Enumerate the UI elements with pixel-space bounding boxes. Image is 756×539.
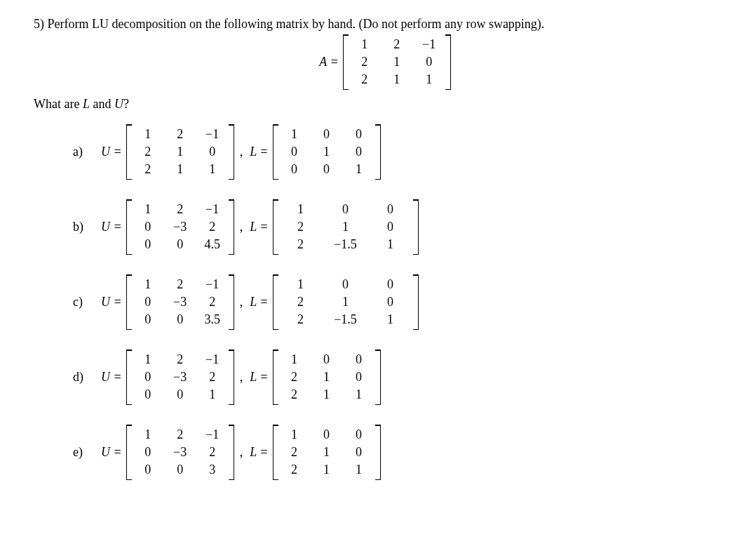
- matrix-cell: 2: [164, 201, 196, 218]
- L-equals: L =: [250, 445, 268, 460]
- matrix-cell: 0: [311, 126, 343, 143]
- option-a-U: 12−1210211: [126, 124, 234, 180]
- question-line: 5) Perform LU decomposition on the follo…: [34, 17, 736, 32]
- matrix-cell: 0: [164, 461, 196, 479]
- option-e-U: 12−10−32003: [126, 425, 234, 480]
- matrix-cell: 2: [278, 218, 323, 236]
- matrix-cell: 2: [132, 143, 164, 161]
- matrix-cell: −1: [196, 276, 229, 293]
- option-label: d): [73, 370, 90, 385]
- option-e-L: 100210211: [273, 425, 381, 480]
- matrix-cell: 0: [343, 426, 375, 444]
- matrix-cell: 0: [132, 218, 164, 236]
- option-a-L: 100010001: [273, 124, 381, 180]
- matrix-cell: 1: [278, 351, 311, 368]
- matrix-cell: 1: [381, 71, 413, 88]
- matrix-cell: 0: [278, 143, 311, 161]
- L-equals: L =: [250, 370, 268, 385]
- matrix-cell: 3.5: [196, 311, 229, 328]
- matrix-cell: 1: [132, 426, 164, 444]
- matrix-cell: 0: [196, 143, 229, 161]
- matrix-cell: 0: [368, 276, 413, 293]
- matrix-cell: 0: [132, 444, 164, 461]
- matrix-cell: 1: [311, 444, 343, 461]
- matrix-cell: 0: [311, 426, 343, 444]
- matrix-cell: −1: [196, 201, 229, 218]
- matrix-cell: 1: [164, 161, 196, 178]
- matrix-cell: 2: [278, 461, 311, 479]
- matrix-cell: 1: [381, 53, 413, 71]
- L-equals: L =: [250, 295, 268, 310]
- option-label: c): [73, 295, 90, 310]
- matrix-cell: 0: [132, 293, 164, 311]
- A-label: A =: [319, 55, 338, 69]
- matrix-cell: 0: [368, 201, 413, 218]
- U-equals: U =: [101, 295, 122, 310]
- matrix-cell: 1: [278, 276, 323, 293]
- L-equals: L =: [250, 220, 268, 234]
- question-text: Perform LU decomposition on the followin…: [48, 17, 545, 31]
- subquestion: What are L and U?: [34, 97, 736, 112]
- matrix-cell: 2: [164, 426, 196, 444]
- U-equals: U =: [101, 220, 122, 234]
- matrix-cell: 1: [368, 236, 413, 253]
- matrix-cell: 0: [323, 201, 368, 218]
- matrix-cell: 2: [164, 126, 196, 143]
- matrix-cell: 1: [311, 461, 343, 479]
- options-list: a) U = 12−1210211 , L = 100010001 b) U =…: [73, 124, 736, 480]
- matrix-cell: 2: [349, 53, 381, 71]
- matrix-cell: 1: [311, 386, 343, 404]
- matrix-cell: −3: [164, 293, 196, 311]
- L-equals: L =: [250, 145, 268, 159]
- matrix-cell: −1.5: [323, 236, 368, 253]
- matrix-cell: 1: [196, 161, 229, 178]
- matrix-cell: 1: [278, 426, 311, 444]
- matrix-cell: 2: [132, 161, 164, 178]
- matrix-cell: −1: [413, 36, 445, 53]
- matrix-cell: 0: [132, 368, 164, 386]
- matrix-cell: −1.5: [323, 311, 368, 328]
- matrix-cell: 2: [278, 386, 311, 404]
- matrix-cell: 1: [132, 126, 164, 143]
- matrix-cell: 2: [278, 368, 311, 386]
- matrix-cell: 2: [196, 444, 229, 461]
- matrix-cell: 1: [413, 71, 445, 88]
- matrix-cell: 1: [368, 311, 413, 328]
- matrix-cell: 1: [278, 201, 323, 218]
- matrix-cell: 0: [278, 161, 311, 178]
- matrix-cell: 0: [132, 386, 164, 404]
- matrix-cell: 1: [132, 276, 164, 293]
- matrix-cell: 0: [164, 386, 196, 404]
- matrix-cell: −3: [164, 218, 196, 236]
- matrix-cell: 1: [323, 218, 368, 236]
- matrix-cell: 0: [164, 311, 196, 328]
- matrix-cell: 0: [343, 368, 375, 386]
- matrix-cell: 1: [132, 351, 164, 368]
- matrix-cell: 1: [132, 201, 164, 218]
- matrix-cell: 0: [311, 351, 343, 368]
- matrix-cell: 1: [343, 386, 375, 404]
- matrix-A-definition: A = 12−1210211: [34, 34, 736, 90]
- option-c: c) U = 12−10−32003.5 , L = 1002102−1.51: [73, 274, 736, 330]
- matrix-cell: 0: [343, 351, 375, 368]
- question-number: 5): [34, 17, 44, 31]
- matrix-cell: 0: [132, 236, 164, 253]
- option-label: b): [73, 220, 90, 234]
- option-label: a): [73, 145, 90, 159]
- matrix-cell: 4.5: [196, 236, 229, 253]
- matrix-A: 12−1210211: [343, 34, 451, 90]
- matrix-cell: 2: [278, 311, 323, 328]
- option-c-U: 12−10−32003.5: [126, 274, 234, 330]
- option-d: d) U = 12−10−32001 , L = 100210211: [73, 350, 736, 405]
- matrix-cell: −3: [164, 444, 196, 461]
- matrix-cell: −1: [196, 426, 229, 444]
- option-d-L: 100210211: [273, 350, 381, 405]
- matrix-cell: −1: [196, 126, 229, 143]
- option-label: e): [73, 445, 90, 460]
- matrix-cell: 0: [368, 293, 413, 311]
- matrix-cell: 0: [164, 236, 196, 253]
- matrix-cell: 1: [311, 368, 343, 386]
- matrix-cell: 0: [323, 276, 368, 293]
- option-d-U: 12−10−32001: [126, 350, 234, 405]
- option-a: a) U = 12−1210211 , L = 100010001: [73, 124, 736, 180]
